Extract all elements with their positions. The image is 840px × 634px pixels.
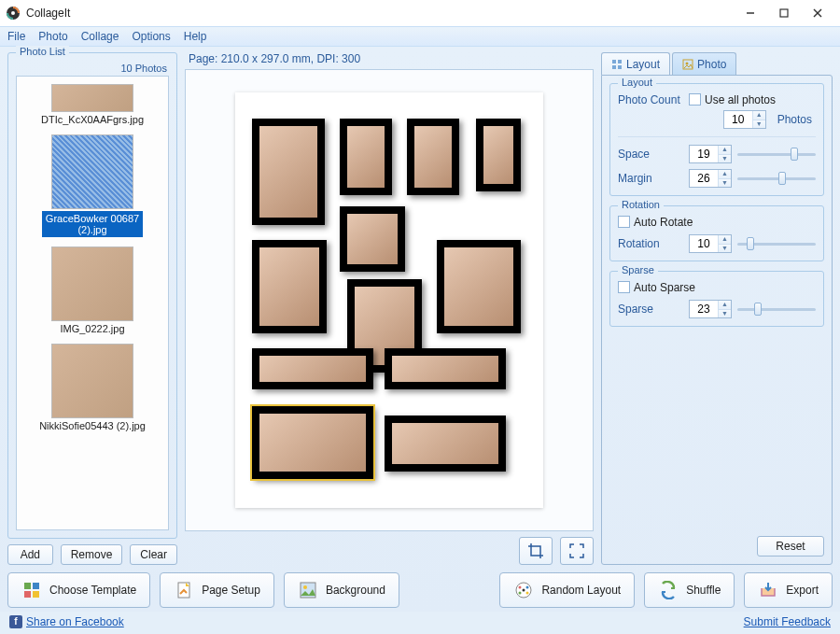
space-slider[interactable] bbox=[737, 146, 816, 162]
use-all-photos-checkbox[interactable]: Use all photos bbox=[689, 93, 776, 106]
export-button[interactable]: Export bbox=[744, 572, 833, 608]
canvas[interactable] bbox=[185, 69, 594, 531]
photo-list-item[interactable]: NikkiSofie05443 (2).jpg bbox=[19, 340, 166, 437]
app-icon bbox=[6, 6, 21, 21]
collage-frame[interactable] bbox=[340, 119, 392, 195]
svg-rect-12 bbox=[24, 583, 31, 589]
rotation-stepper[interactable]: ▲▼ bbox=[689, 234, 732, 253]
sparse-input[interactable] bbox=[690, 301, 718, 317]
spin-up-icon[interactable]: ▲ bbox=[753, 111, 765, 120]
photo-count-label: 10 Photos bbox=[16, 63, 169, 76]
collage-frame[interactable] bbox=[385, 348, 506, 389]
page-setup-icon bbox=[174, 580, 194, 600]
remove-button[interactable]: Remove bbox=[61, 544, 123, 565]
menu-options[interactable]: Options bbox=[132, 30, 170, 43]
photo-list-item[interactable]: GraceBowker 00687 (2).jpg bbox=[19, 131, 166, 243]
auto-rotate-checkbox[interactable]: Auto Rotate bbox=[618, 216, 693, 229]
svg-point-24 bbox=[523, 589, 525, 592]
photo-caption: DTIc_KcX0AAFgrs.jpg bbox=[21, 114, 164, 125]
rotation-lbl: Rotation bbox=[618, 237, 683, 250]
photos-suffix: Photos bbox=[777, 113, 812, 126]
photo-icon bbox=[682, 59, 693, 70]
thumbnail bbox=[51, 247, 133, 321]
collage-frame[interactable] bbox=[385, 416, 506, 472]
menu-file[interactable]: File bbox=[7, 30, 25, 43]
page-setup-button[interactable]: Page Setup bbox=[160, 572, 274, 608]
svg-point-18 bbox=[303, 585, 307, 589]
collage-frame[interactable] bbox=[252, 119, 325, 225]
margin-slider[interactable] bbox=[737, 170, 816, 187]
collage-frame[interactable] bbox=[437, 240, 521, 333]
photo-placeholder bbox=[259, 126, 317, 218]
thumbnail bbox=[51, 134, 133, 209]
tabs: Layout Photo bbox=[601, 52, 833, 75]
space-input[interactable] bbox=[690, 146, 718, 162]
svg-point-21 bbox=[526, 586, 529, 589]
margin-stepper[interactable]: ▲▼ bbox=[689, 169, 732, 188]
photo-count-input[interactable] bbox=[724, 111, 752, 128]
share-facebook-link[interactable]: Share on Facebook bbox=[26, 615, 124, 628]
svg-point-23 bbox=[526, 592, 529, 595]
reset-button[interactable]: Reset bbox=[757, 536, 824, 557]
svg-rect-3 bbox=[780, 9, 788, 17]
page-info: Page: 210.0 x 297.0 mm, DPI: 300 bbox=[185, 52, 594, 69]
background-icon bbox=[298, 580, 318, 600]
sparse-legend: Sparse bbox=[618, 264, 658, 275]
sparse-stepper[interactable]: ▲▼ bbox=[689, 300, 732, 318]
collage-frame[interactable] bbox=[407, 119, 459, 195]
minimize-button[interactable] bbox=[734, 2, 767, 24]
margin-input[interactable] bbox=[690, 170, 718, 187]
photo-placeholder bbox=[347, 214, 398, 264]
tab-layout[interactable]: Layout bbox=[601, 52, 670, 75]
window-title: CollageIt bbox=[26, 7, 734, 20]
space-stepper[interactable]: ▲▼ bbox=[689, 145, 732, 163]
spin-down-icon[interactable]: ▼ bbox=[753, 120, 765, 129]
add-button[interactable]: Add bbox=[7, 544, 53, 565]
tab-photo-label: Photo bbox=[697, 58, 726, 71]
photo-list[interactable]: DTIc_KcX0AAFgrs.jpgGraceBowker 00687 (2)… bbox=[16, 76, 169, 530]
menu-help[interactable]: Help bbox=[184, 30, 207, 43]
tab-photo[interactable]: Photo bbox=[672, 52, 736, 75]
checkbox-icon bbox=[689, 93, 701, 106]
svg-rect-14 bbox=[24, 591, 31, 598]
layout-icon bbox=[611, 59, 623, 70]
menu-bar: File Photo Collage Options Help bbox=[0, 26, 840, 47]
shuffle-icon bbox=[658, 580, 679, 600]
collage-frame[interactable] bbox=[476, 119, 521, 191]
layout-legend: Layout bbox=[618, 77, 656, 88]
collage-frame[interactable] bbox=[340, 206, 405, 272]
shuffle-button[interactable]: Shuffle bbox=[644, 572, 735, 608]
clear-button[interactable]: Clear bbox=[130, 544, 177, 565]
random-layout-button[interactable]: Random Layout bbox=[499, 572, 635, 608]
svg-rect-6 bbox=[612, 60, 616, 63]
maximize-button[interactable] bbox=[767, 2, 801, 24]
photo-list-item[interactable]: DTIc_KcX0AAFgrs.jpg bbox=[19, 80, 166, 131]
collage-page[interactable] bbox=[235, 92, 543, 508]
submit-feedback-link[interactable]: Submit Feedback bbox=[744, 615, 831, 628]
rotation-slider[interactable] bbox=[737, 235, 816, 252]
collage-frame[interactable] bbox=[252, 240, 327, 333]
choose-template-button[interactable]: Choose Template bbox=[7, 572, 150, 608]
auto-sparse-checkbox[interactable]: Auto Sparse bbox=[618, 281, 695, 294]
close-button[interactable] bbox=[801, 2, 834, 24]
tab-layout-label: Layout bbox=[626, 58, 660, 71]
photo-placeholder bbox=[392, 356, 498, 382]
photo-count-lbl: Photo Count bbox=[618, 93, 683, 106]
sparse-slider[interactable] bbox=[737, 301, 816, 317]
photo-list-item[interactable]: IMG_0222.jpg bbox=[19, 243, 166, 340]
thumbnail bbox=[51, 344, 133, 418]
background-button[interactable]: Background bbox=[284, 572, 399, 608]
sparse-group: Sparse Auto Sparse Sparse ▲▼ bbox=[609, 271, 824, 327]
menu-photo[interactable]: Photo bbox=[38, 30, 67, 43]
rotation-input[interactable] bbox=[690, 235, 718, 252]
collage-frame[interactable] bbox=[252, 406, 373, 479]
fit-screen-button[interactable] bbox=[560, 537, 594, 565]
svg-rect-13 bbox=[33, 583, 39, 589]
collage-frame[interactable] bbox=[252, 348, 373, 389]
photo-count-stepper[interactable]: ▲▼ bbox=[723, 110, 766, 129]
crop-button[interactable] bbox=[519, 537, 553, 565]
tab-body: Layout Photo Count Use all photos ▲▼ Pho… bbox=[601, 75, 833, 565]
menu-collage[interactable]: Collage bbox=[81, 30, 119, 43]
photo-placeholder bbox=[444, 247, 513, 326]
svg-rect-8 bbox=[612, 65, 616, 69]
